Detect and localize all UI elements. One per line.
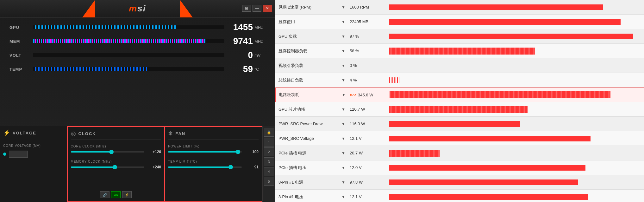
row-name: 风扇 2速度 (RPM) — [275, 4, 339, 10]
row-dropdown[interactable]: ▼ — [339, 195, 348, 199]
sidebar-profile-1-button[interactable]: 1 — [264, 138, 274, 147]
row-bar-area — [386, 121, 644, 127]
fan-section: ❄ FAN POWER LIMIT (%) 100 TEMP LIMIT (°C… — [165, 126, 262, 202]
sidebar-profile-2-button[interactable]: 2 — [264, 147, 274, 156]
memory-clock-label: MEMORY CLOCK (MHz) — [71, 160, 161, 163]
temp-label: TEMP — [9, 67, 30, 72]
clock-section: ◎ CLOCK CORE CLOCK (MHz) +120 MEMORY CLO… — [67, 126, 165, 202]
left-panel: msi ⊞ — ✕ GPU 1455 MHz MEM — [0, 0, 275, 202]
sidebar-buttons: 🔒 1 2 3 4 5 — [262, 126, 275, 202]
volt-gauge-row: VOLT 0 mV — [9, 50, 266, 60]
table-row: 风扇 2速度 (RPM) ▼ 1600 RPM — [275, 0, 644, 15]
memory-clock-slider-row: +240 — [71, 165, 161, 169]
core-clock-thumb[interactable] — [109, 150, 114, 154]
fan-title: FAN — [175, 131, 185, 136]
row-name: 显存使用 — [275, 19, 339, 25]
mem-label: MEM — [9, 39, 30, 44]
row-value: 4 % — [348, 78, 386, 82]
sidebar-profile-3-button[interactable]: 3 — [264, 157, 274, 166]
row-value: MAX345.6 W — [348, 93, 386, 97]
power-limit-slider-row: 100 — [168, 150, 259, 154]
row-bar-area — [386, 106, 644, 113]
row-bar-area — [386, 19, 644, 25]
gpu-label: GPU — [9, 25, 30, 30]
row-value: 12.0 V — [348, 165, 386, 170]
temp-limit-track[interactable] — [168, 166, 242, 168]
gauge-area: GPU 1455 MHz MEM 9741 MHz VOLT — [0, 17, 275, 83]
row-dropdown[interactable]: ▼ — [339, 136, 348, 141]
sidebar-profile-4-button[interactable]: 4 — [264, 167, 274, 176]
mem-gauge-row: MEM 9741 MHz — [9, 36, 266, 46]
row-dropdown[interactable]: ▼ — [339, 5, 348, 10]
row-bar-area — [386, 136, 644, 141]
window-controls: ⊞ — ✕ — [242, 5, 272, 12]
gpu-gauge-row: GPU 1455 MHz — [9, 22, 266, 32]
row-bar — [389, 121, 520, 127]
row-value: 12.1 V — [348, 194, 386, 199]
bottom-controls: ⚡ VOLTAGE CORE VOLTAGE (MV) ◎ CLOCK CORE… — [0, 126, 275, 202]
temp-gauge-row: TEMP 59 °C — [9, 64, 266, 74]
row-bar-area — [386, 179, 644, 185]
row-bar-area — [386, 48, 644, 55]
core-clock-group: CORE CLOCK (MHz) +120 — [71, 145, 161, 154]
row-dropdown[interactable]: ▼ — [339, 20, 348, 24]
voltage-input-row — [3, 151, 64, 158]
core-clock-slider-row: +120 — [71, 150, 161, 154]
table-row: 总线接口负载 ▼ 4 % — [275, 73, 644, 88]
voltage-section: ⚡ VOLTAGE CORE VOLTAGE (MV) — [0, 126, 67, 202]
row-dropdown[interactable]: ▼ — [339, 151, 348, 155]
sidebar-profile-5-button[interactable]: 5 — [264, 177, 274, 186]
voltage-input[interactable] — [9, 151, 28, 158]
mem-bar-bg — [33, 39, 224, 43]
row-bar — [389, 34, 633, 39]
temp-unit: °C — [254, 67, 266, 72]
row-dropdown[interactable]: ▼ — [339, 78, 348, 82]
power-limit-label: POWER LIMIT (%) — [168, 145, 259, 148]
row-dropdown[interactable]: ▼ — [339, 34, 348, 39]
table-row: PCIe 插槽 电源 ▼ 20.7 W — [275, 146, 644, 160]
row-bar — [389, 106, 528, 113]
table-row: 8-Pin #1 电源 ▼ 97.8 W — [275, 175, 644, 190]
on-button[interactable]: ON — [111, 191, 121, 198]
close-button[interactable]: ✕ — [263, 5, 272, 12]
right-panel: 风扇 2速度 (RPM) ▼ 1600 RPM 显存使用 ▼ 22495 MB … — [275, 0, 644, 202]
minimize-button[interactable]: — — [253, 5, 261, 12]
memory-clock-track[interactable] — [71, 166, 145, 168]
windows-button[interactable]: ⊞ — [242, 5, 251, 12]
power-limit-group: POWER LIMIT (%) 100 — [168, 145, 259, 154]
link-button[interactable]: 🔗 — [100, 191, 109, 198]
temp-limit-thumb[interactable] — [228, 165, 233, 169]
core-clock-value: +120 — [147, 150, 161, 154]
row-dropdown[interactable]: ▼ — [339, 49, 348, 53]
row-bar — [389, 165, 585, 171]
table-row: GPU 负载 ▼ 97 % — [275, 29, 644, 44]
table-row: PCIe 插槽 电压 ▼ 12.0 V — [275, 160, 644, 175]
row-dropdown[interactable]: ▼ — [339, 63, 348, 68]
row-dropdown[interactable]: ▼ — [339, 166, 348, 170]
row-bar-area — [386, 34, 644, 39]
row-dropdown[interactable]: ▼ — [339, 93, 348, 97]
volt-unit: mV — [254, 53, 266, 58]
row-bar — [389, 179, 578, 185]
flash-button[interactable]: ⚡ — [122, 191, 132, 198]
msi-logo: msi — [129, 3, 146, 14]
row-bar-area — [386, 150, 644, 157]
row-dropdown[interactable]: ▼ — [339, 107, 348, 112]
row-bar-area — [386, 63, 644, 68]
volt-label: VOLT — [9, 53, 30, 58]
memory-clock-thumb[interactable] — [113, 165, 117, 169]
mem-bar-container — [33, 39, 224, 43]
fan-header: ❄ FAN — [168, 130, 259, 140]
core-clock-track[interactable] — [71, 151, 145, 153]
metrics-table: 风扇 2速度 (RPM) ▼ 1600 RPM 显存使用 ▼ 22495 MB … — [275, 0, 644, 202]
row-value: 1600 RPM — [348, 5, 386, 10]
table-row: 电路板功耗 ▼ MAX345.6 W — [275, 88, 644, 102]
row-dropdown[interactable]: ▼ — [339, 180, 348, 185]
row-dropdown[interactable]: ▼ — [339, 122, 348, 126]
power-limit-track[interactable] — [168, 151, 242, 153]
row-value: 97 % — [348, 34, 386, 39]
power-limit-thumb[interactable] — [236, 150, 240, 154]
sidebar-lock-button[interactable]: 🔒 — [264, 128, 274, 137]
row-value: 12.1 V — [348, 136, 386, 141]
gpu-bar-container — [33, 25, 224, 29]
